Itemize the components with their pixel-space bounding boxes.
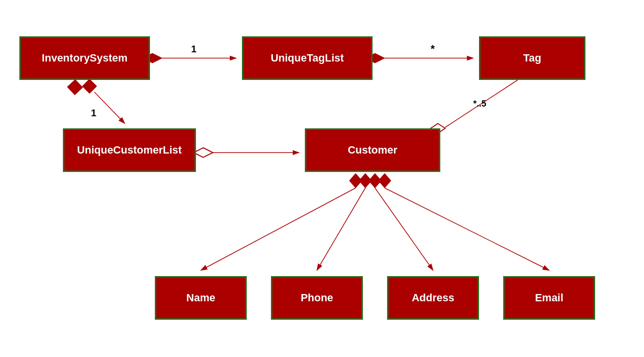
box-label-unique-tag-list: UniqueTagList (270, 52, 344, 64)
box-label-email: Email (535, 292, 564, 304)
svg-line-21 (375, 188, 433, 270)
svg-marker-22 (378, 173, 391, 188)
svg-line-23 (385, 188, 549, 270)
svg-marker-20 (369, 173, 381, 188)
diagram-container: 1 * 1 *..5 (0, 0, 644, 357)
box-address: Address (387, 276, 479, 320)
svg-line-17 (201, 188, 356, 270)
svg-text:1: 1 (191, 44, 196, 54)
svg-text:*..5: *..5 (473, 99, 486, 109)
box-label-tag: Tag (523, 52, 541, 64)
svg-marker-16 (349, 173, 362, 188)
box-inventory-system: InventorySystem (19, 36, 150, 80)
box-label-unique-customer-list: UniqueCustomerList (77, 144, 181, 156)
box-email: Email (503, 276, 595, 320)
box-label-inventory-system: InventorySystem (42, 52, 127, 64)
box-label-name: Name (186, 292, 215, 304)
box-label-address: Address (412, 292, 454, 304)
svg-line-9 (94, 92, 125, 124)
box-unique-tag-list: UniqueTagList (242, 36, 373, 80)
svg-text:*: * (431, 43, 435, 55)
svg-marker-7 (66, 78, 84, 96)
svg-line-14 (445, 80, 518, 127)
svg-marker-18 (359, 173, 372, 188)
svg-marker-8 (82, 79, 97, 93)
svg-line-19 (317, 188, 365, 270)
box-label-phone: Phone (300, 292, 333, 304)
box-tag: Tag (479, 36, 585, 80)
box-label-customer: Customer (348, 144, 398, 156)
box-phone: Phone (271, 276, 363, 320)
svg-text:1: 1 (91, 108, 96, 118)
box-unique-customer-list: UniqueCustomerList (63, 128, 196, 172)
box-customer: Customer (305, 128, 440, 172)
box-name: Name (155, 276, 247, 320)
svg-marker-11 (194, 148, 213, 157)
